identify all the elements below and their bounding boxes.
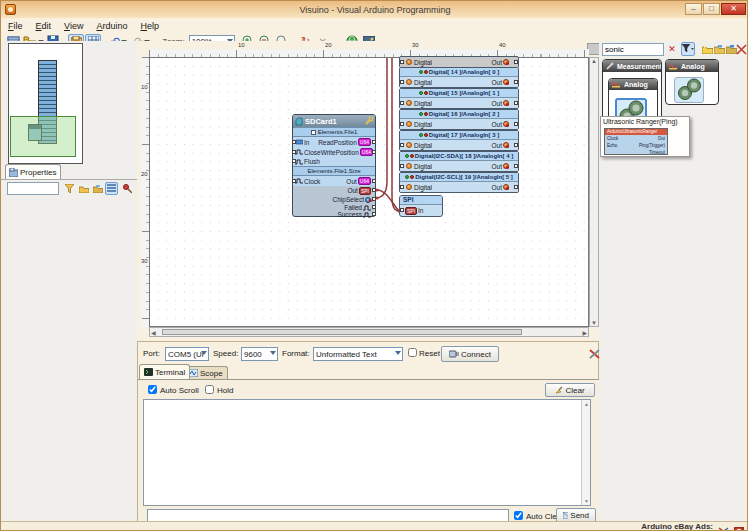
maximize-button[interactable]: □: [703, 3, 720, 15]
pin-connector[interactable]: [372, 197, 376, 201]
pin-connector[interactable]: [292, 179, 296, 183]
channel-digital18-analog4[interactable]: Digital(I2C-SDA)[ 18 ]/AnalogIn[ 4 ] Dig…: [399, 151, 519, 172]
filter-menu-icon[interactable]: [681, 42, 695, 56]
green-led-icon: [419, 133, 423, 137]
port-label: Port:: [143, 349, 160, 358]
serial-tools-icon[interactable]: [588, 346, 602, 360]
pin-connector[interactable]: [400, 101, 404, 105]
channel-digital16-analog2[interactable]: Digital[ 16 ]/AnalogIn[ 2 ] DigitalOut: [399, 109, 519, 130]
auto-scroll-label: Auto Scroll: [160, 386, 199, 395]
terminal-log[interactable]: ▲▼: [143, 399, 591, 506]
pin-connector[interactable]: [400, 208, 404, 212]
u64-type-badge: U64: [360, 148, 373, 156]
tab-properties[interactable]: Properties: [5, 164, 61, 179]
clear-search-icon[interactable]: ✕: [665, 42, 679, 56]
format-label: Format:: [282, 349, 310, 358]
pin-connector[interactable]: [400, 60, 404, 64]
minimize-button[interactable]: –: [685, 3, 702, 15]
speed-combobox[interactable]: 9600: [241, 347, 278, 361]
menu-view[interactable]: View: [62, 20, 90, 32]
group-analog[interactable]: Analog: [665, 59, 719, 105]
tab-terminal[interactable]: Terminal: [139, 364, 190, 379]
green-led-icon: [419, 70, 423, 74]
palette-tools-icon[interactable]: [735, 42, 748, 56]
pin-connector[interactable]: [400, 143, 404, 147]
red-led-icon: [424, 91, 428, 95]
pin-connector[interactable]: [372, 150, 376, 154]
port-combobox[interactable]: COM5 (Unav: [165, 347, 209, 361]
terminal-panel: Auto Scroll Hold Clear ▲▼ Auto Clear Sen…: [138, 379, 599, 521]
pin-connector[interactable]: [400, 122, 404, 126]
format-combobox[interactable]: Unformatted Text: [313, 347, 403, 361]
spi-block-title: SPI: [400, 196, 442, 205]
minimap-viewport[interactable]: [10, 116, 76, 157]
vertical-scrollbar[interactable]: ▲▼: [589, 57, 599, 327]
pin-connector[interactable]: [400, 185, 404, 189]
reset-label: Reset: [419, 349, 440, 358]
menu-help[interactable]: Help: [138, 20, 166, 32]
wrench-icon[interactable]: [365, 117, 373, 125]
pin-connector[interactable]: [292, 150, 296, 154]
pin-connector[interactable]: [372, 212, 376, 216]
menu-arduino[interactable]: Arduino: [94, 20, 134, 32]
u64-type-badge: U64: [358, 138, 371, 146]
pin-connector[interactable]: [400, 164, 404, 168]
category-folder-icon[interactable]: [77, 182, 90, 195]
properties-filter-input[interactable]: [7, 182, 59, 195]
pin-connector[interactable]: [514, 80, 518, 84]
auto-clear-checkbox[interactable]: [514, 511, 523, 520]
app-icon: [5, 4, 16, 15]
clear-button[interactable]: Clear: [545, 383, 595, 397]
spi-type-badge: SPI: [359, 187, 371, 195]
window-title: Visuino - Visual Arduino Programming: [1, 5, 748, 15]
pin-connector[interactable]: [514, 185, 518, 189]
red-led-icon: [424, 133, 428, 137]
auto-scroll-checkbox[interactable]: [148, 385, 157, 394]
channel-digital17-analog3[interactable]: Digital[ 17 ]/AnalogIn[ 3 ] DigitalOut: [399, 130, 519, 151]
overview-minimap[interactable]: [8, 43, 83, 164]
component-search-input[interactable]: [602, 43, 664, 56]
pin-connector[interactable]: [514, 122, 518, 126]
pin-connector[interactable]: [514, 101, 518, 105]
pin-connector[interactable]: [400, 80, 404, 84]
pin-connector[interactable]: [292, 140, 296, 144]
channel-digital19-analog5[interactable]: Digital(I2C-SCL)[ 19 ]/AnalogIn[ 5 ] Dig…: [399, 172, 519, 193]
close-button[interactable]: ✕: [721, 3, 746, 15]
checkbox-icon[interactable]: [311, 130, 316, 135]
clock-waveform-icon: [295, 178, 303, 184]
tab-scope[interactable]: Scope: [184, 366, 228, 379]
list-view-icon[interactable]: [105, 182, 118, 195]
filter-icon[interactable]: [63, 182, 76, 195]
spi-block[interactable]: SPI SPI In: [399, 195, 443, 217]
elements-file-bar[interactable]: Elements.File1: [293, 127, 375, 137]
pin-connector[interactable]: [372, 205, 376, 209]
ultrasonic-ranger-component[interactable]: [674, 77, 704, 103]
broom-icon: [555, 386, 563, 394]
horizontal-scrollbar[interactable]: ◀▶: [149, 327, 589, 337]
digital-pin-icon: [406, 121, 412, 127]
scrollbar-thumb[interactable]: [162, 329, 522, 335]
red-led-icon: [424, 112, 428, 116]
menu-edit[interactable]: Edit: [34, 20, 59, 32]
expand-folder-icon[interactable]: [91, 182, 104, 195]
log-scrollbar[interactable]: ▲▼: [581, 400, 590, 505]
reset-checkbox[interactable]: [408, 348, 417, 357]
menu-file[interactable]: File: [6, 20, 30, 32]
menu-bar: File Edit View Arduino Help: [1, 18, 748, 34]
analog-out-icon: [503, 100, 509, 106]
pin-connector[interactable]: [372, 188, 376, 192]
channel-digital15-analog1[interactable]: Digital[ 15 ]/AnalogIn[ 1 ] DigitalOut: [399, 88, 519, 109]
pin-connector[interactable]: [292, 159, 296, 163]
sdcard-block[interactable]: SDCard1 Elements.File1 In ReadPositionU6…: [292, 114, 376, 217]
pin-connector[interactable]: [514, 60, 518, 64]
pin-panel-icon[interactable]: [121, 182, 134, 195]
elements-size-bar[interactable]: Elements.File1.Size: [293, 166, 375, 176]
hold-checkbox[interactable]: [205, 385, 214, 394]
pin-connector[interactable]: [514, 164, 518, 168]
channel-digital14-analog0[interactable]: Digital[ 14 ]/AnalogIn[ 0 ] DigitalOut: [399, 67, 519, 88]
pin-connector[interactable]: [372, 179, 376, 183]
pin-connector[interactable]: [514, 143, 518, 147]
properties-icon: [9, 168, 18, 177]
connect-button[interactable]: Connect: [441, 346, 499, 362]
pin-connector[interactable]: [372, 140, 376, 144]
